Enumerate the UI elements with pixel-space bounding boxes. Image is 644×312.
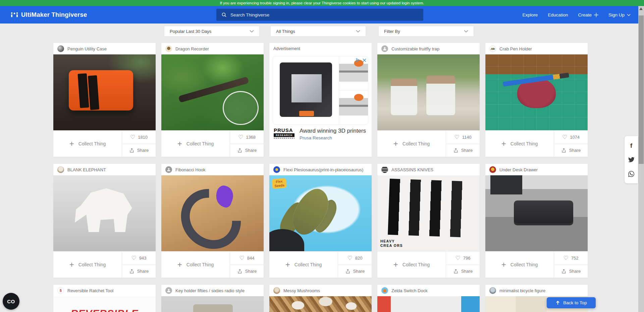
thing-card-header: minimalist bicycle figure	[485, 285, 588, 296]
thing-image[interactable]	[377, 296, 480, 312]
share-button[interactable]: Share	[338, 265, 372, 278]
creator-avatar[interactable]	[57, 166, 64, 173]
creator-avatar[interactable]	[165, 45, 172, 52]
thing-image[interactable]	[161, 54, 264, 130]
ad-close-icon[interactable]	[363, 58, 366, 62]
like-button[interactable]: ♡ 820	[338, 252, 372, 265]
thing-image[interactable]	[485, 175, 588, 251]
collect-thing-button[interactable]: + Collect Thing	[485, 131, 554, 157]
category-dropdown[interactable]: All Things	[270, 26, 366, 37]
share-button[interactable]: Share	[122, 144, 156, 157]
creator-avatar[interactable]	[165, 166, 172, 173]
thing-image[interactable]	[161, 296, 264, 312]
thing-image[interactable]	[269, 296, 372, 312]
like-button[interactable]: ♡ 1074	[554, 131, 588, 144]
thing-card: Dragon Recorder + Collect Thing ♡ 1368 S…	[161, 43, 264, 157]
thing-image[interactable]	[485, 54, 588, 130]
collect-thing-button[interactable]: + Collect Thing	[377, 131, 446, 157]
creator-avatar[interactable]	[381, 166, 388, 173]
like-button[interactable]: ♡ 943	[122, 252, 156, 265]
creator-avatar[interactable]	[489, 287, 496, 294]
creator-avatar[interactable]	[273, 287, 280, 294]
search-input[interactable]	[230, 12, 418, 17]
ad-advertiser-name[interactable]: Prusa Research	[300, 135, 367, 140]
collect-thing-button[interactable]: + Collect Thing	[377, 252, 446, 278]
share-button[interactable]: Share	[446, 265, 480, 278]
creator-avatar[interactable]	[489, 166, 496, 173]
creator-avatar[interactable]	[165, 287, 172, 294]
thing-title[interactable]: minimalist bicycle figure	[499, 288, 545, 293]
whatsapp-icon[interactable]	[628, 171, 634, 177]
sort-dropdown[interactable]: Popular Last 30 Days	[164, 26, 260, 37]
flex-seeds-badge: Flex Seeds	[272, 178, 287, 189]
ad-headline[interactable]: Award winning 3D printers	[300, 128, 367, 134]
creator-avatar[interactable]: J3D	[489, 45, 496, 52]
share-button[interactable]: Share	[446, 144, 480, 157]
thing-title[interactable]: Crab Pen Holder	[499, 46, 532, 51]
thing-title[interactable]: Flexi Plesiosaurus(print-in-placeiosauru…	[283, 167, 363, 172]
thing-title[interactable]: Penguin Utility Case	[67, 46, 107, 51]
collect-thing-button[interactable]: + Collect Thing	[161, 252, 230, 278]
scrollbar-up-arrow-icon[interactable]	[639, 7, 643, 10]
filter-by-dropdown[interactable]: Filter By	[378, 26, 474, 37]
thing-title[interactable]: ASSASSINS KNIVES	[391, 167, 433, 172]
thing-title[interactable]: BLANK ELEPHANT	[67, 167, 106, 172]
share-button[interactable]: Share	[230, 144, 264, 157]
nav-sign-up[interactable]: Sign Up	[608, 12, 631, 17]
thing-card: Under Desk Drawer + Collect Thing ♡ 752 …	[485, 164, 588, 278]
back-to-top-button[interactable]: Back to Top	[547, 297, 596, 308]
like-button[interactable]: ♡ 1810	[122, 131, 156, 144]
thing-image[interactable]	[161, 175, 264, 251]
like-button[interactable]: ♡ 1368	[230, 131, 264, 144]
thing-title[interactable]: Reversible Ratchet Tool	[67, 288, 113, 293]
thing-title[interactable]: Key holder fifties / sixties radio style	[175, 288, 245, 293]
thing-image[interactable]: HEAVY CREA ORS	[377, 175, 480, 251]
collect-thing-button[interactable]: + Collect Thing	[53, 131, 122, 157]
facebook-icon[interactable]: f	[630, 142, 632, 149]
thing-title[interactable]: Under Desk Drawer	[499, 167, 538, 172]
creator-avatar[interactable]	[381, 45, 388, 52]
like-button[interactable]: ♡ 1140	[446, 131, 480, 144]
page-scrollbar[interactable]	[638, 6, 644, 312]
collect-thing-button[interactable]: + Collect Thing	[161, 131, 230, 157]
thing-title[interactable]: Zelda Switch Dock	[391, 288, 428, 293]
filter-by-dropdown-value: Filter By	[384, 29, 400, 34]
ad-image-main[interactable]	[273, 56, 339, 124]
like-button[interactable]: ♡ 752	[554, 252, 588, 265]
thing-title[interactable]: Messy Mushrooms	[283, 288, 320, 293]
thing-image[interactable]	[377, 54, 480, 130]
adchoices-icon[interactable]	[356, 58, 360, 62]
creator-avatar[interactable]	[273, 166, 280, 173]
thing-card-footer: + Collect Thing ♡ 1074 Share	[485, 130, 588, 157]
brand-logo[interactable]: UltiMaker Thingiverse	[11, 6, 87, 24]
thing-image[interactable]	[53, 175, 156, 251]
thing-image[interactable]: Flex Seeds	[269, 175, 372, 251]
advertiser-logo[interactable]: PRUSA RESEARCH	[274, 128, 294, 139]
collect-thing-button[interactable]: + Collect Thing	[53, 252, 122, 278]
share-button[interactable]: Share	[122, 265, 156, 278]
creator-avatar[interactable]	[57, 45, 64, 52]
ad-image-bottom[interactable]	[339, 90, 368, 125]
thing-title[interactable]: Customizable fruitfly trap	[391, 46, 439, 51]
creator-avatar[interactable]	[381, 287, 388, 294]
scrollbar-thumb[interactable]	[639, 15, 644, 164]
thing-image[interactable]: REVERSIBLE	[53, 296, 156, 312]
twitter-icon[interactable]	[628, 157, 635, 163]
thing-title[interactable]: Dragon Recorder	[175, 46, 209, 51]
thing-image[interactable]	[53, 54, 156, 130]
creator-avatar[interactable]: 5	[57, 287, 64, 294]
thing-card: Key holder fifties / sixties radio style	[161, 285, 264, 312]
ad-creative[interactable]	[273, 56, 368, 125]
like-button[interactable]: ♡ 796	[446, 252, 480, 265]
nav-create[interactable]: Create	[578, 12, 598, 17]
collect-thing-button[interactable]: + Collect Thing	[269, 252, 338, 278]
collect-thing-button[interactable]: + Collect Thing	[485, 252, 554, 278]
nav-education[interactable]: Education	[548, 12, 568, 17]
nav-explore[interactable]: Explore	[523, 12, 538, 17]
like-button[interactable]: ♡ 844	[230, 252, 264, 265]
share-button[interactable]: Share	[554, 144, 588, 157]
thing-title[interactable]: Fibonacci Hook	[175, 167, 206, 172]
share-button[interactable]: Share	[554, 265, 588, 278]
share-button[interactable]: Share	[230, 265, 264, 278]
cookie-consent-button[interactable]: CO	[3, 293, 19, 310]
